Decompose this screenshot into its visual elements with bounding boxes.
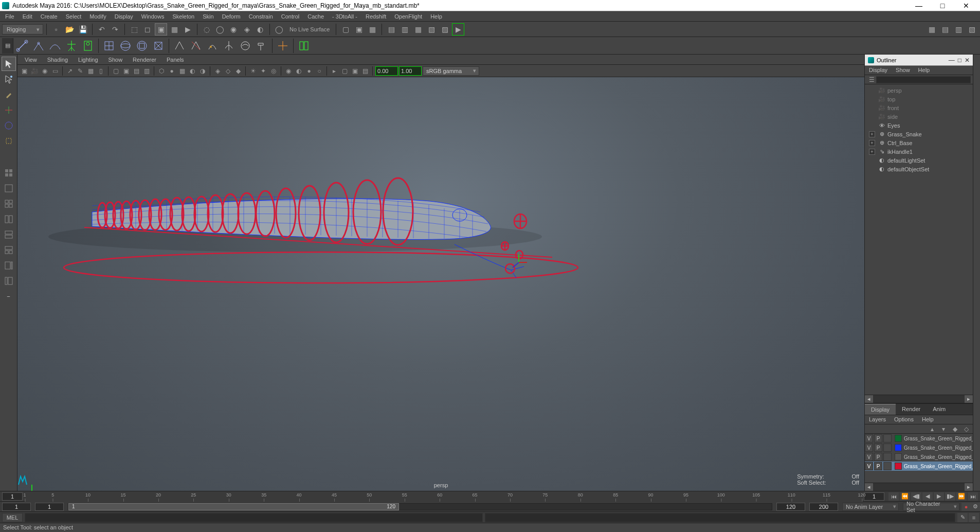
- all-lights-icon[interactable]: ✦: [259, 66, 268, 76]
- expand-icon[interactable]: +: [869, 149, 875, 155]
- shelf-mirror-weights-icon[interactable]: [221, 38, 237, 54]
- undo-icon[interactable]: ↶: [96, 23, 108, 36]
- step-forward-key-icon[interactable]: ⏩: [956, 492, 967, 501]
- range-track[interactable]: 1120: [68, 503, 772, 510]
- layer-movedown-icon[interactable]: ▾: [939, 424, 948, 434]
- window-close-button[interactable]: ✕: [954, 0, 978, 11]
- save-scene-icon[interactable]: 💾: [77, 23, 89, 36]
- menu-skeleton[interactable]: Skeleton: [168, 12, 198, 21]
- layer-new-selected-icon[interactable]: ◇: [961, 424, 971, 434]
- tab-anim[interactable]: Anim: [927, 404, 952, 415]
- outliner-item[interactable]: +⊕Ctrl_Base: [865, 138, 973, 147]
- range-thumb[interactable]: 1120: [68, 503, 399, 510]
- menu-skin[interactable]: Skin: [198, 12, 217, 21]
- script-editor-icon[interactable]: ✎: [957, 513, 968, 522]
- move-tool[interactable]: [2, 103, 16, 117]
- dof-icon[interactable]: ○: [315, 66, 324, 76]
- step-back-icon[interactable]: ◀▮: [911, 492, 921, 501]
- shelf-constraint-icon[interactable]: [275, 38, 291, 54]
- outliner-item[interactable]: 🎥side: [865, 112, 973, 121]
- go-to-start-icon[interactable]: ⏮: [888, 492, 899, 501]
- live-surface-label[interactable]: No Live Surface: [286, 23, 333, 36]
- layer-new-empty-icon[interactable]: ◆: [950, 424, 959, 434]
- menu-redshift[interactable]: Redshift: [361, 12, 390, 21]
- toggle-channel-icon[interactable]: ▥: [952, 23, 965, 36]
- menu-file[interactable]: File: [1, 12, 19, 21]
- workspace-dropdown[interactable]: Rigging: [2, 24, 43, 34]
- menu-deform[interactable]: Deform: [218, 12, 245, 21]
- scale-tool[interactable]: [2, 134, 16, 148]
- safe-action-icon[interactable]: ▥: [142, 66, 151, 76]
- layer-color-swatch[interactable]: [895, 444, 902, 451]
- panel-menu-view[interactable]: View: [20, 56, 42, 64]
- layer-color-swatch[interactable]: [895, 463, 902, 470]
- layer-playback-toggle[interactable]: P: [874, 444, 882, 452]
- 2d-pan-icon[interactable]: ↗: [65, 66, 75, 76]
- layout-outliner-icon[interactable]: [2, 274, 16, 288]
- exposure-input[interactable]: [399, 66, 422, 76]
- shelf-bind-skin-icon[interactable]: [172, 38, 187, 54]
- menu-create[interactable]: Create: [37, 12, 62, 21]
- menu-edit[interactable]: Edit: [19, 12, 37, 21]
- panel-menu-renderer[interactable]: Renderer: [128, 56, 161, 64]
- outliner-item[interactable]: +⇘ikHandle1: [865, 147, 973, 156]
- hypershade-icon[interactable]: ▧: [425, 23, 438, 36]
- command-input[interactable]: [25, 513, 483, 522]
- shelf-human-icon[interactable]: [80, 38, 96, 54]
- play-forward-icon[interactable]: ▶: [934, 492, 944, 501]
- menu-modify[interactable]: Modify: [85, 12, 110, 21]
- select-mode-hierarchy-icon[interactable]: ⬚: [128, 23, 140, 36]
- shelf-skeleton-icon[interactable]: [64, 38, 79, 54]
- shelf-sphere-icon[interactable]: [118, 38, 133, 54]
- range-inner-start[interactable]: [35, 503, 64, 511]
- shelf-ik-icon[interactable]: [31, 38, 46, 54]
- layer-display-type[interactable]: [883, 434, 892, 442]
- outliner-search-input[interactable]: [876, 76, 971, 83]
- window-maximize-button[interactable]: □: [931, 0, 954, 11]
- outliner-item[interactable]: 🎥top: [865, 95, 973, 103]
- layout-four-icon[interactable]: [2, 197, 16, 211]
- select-mode-object-icon[interactable]: ◻: [141, 23, 154, 36]
- expand-icon[interactable]: +: [869, 140, 875, 146]
- outliner-item[interactable]: ◐defaultLightSet: [865, 156, 973, 165]
- last-tool[interactable]: [2, 166, 16, 180]
- wireframe-icon[interactable]: ⬡: [157, 66, 166, 76]
- outliner-maximize-icon[interactable]: □: [958, 57, 961, 64]
- menu-openflight[interactable]: OpenFlight: [390, 12, 426, 21]
- shelf-tab[interactable]: ▤: [2, 38, 13, 54]
- command-history-icon[interactable]: ≡: [969, 513, 979, 522]
- prefs-icon[interactable]: ⚙: [971, 503, 980, 511]
- scroll-left-icon[interactable]: ◂: [865, 483, 873, 491]
- select-all-icon[interactable]: ▶: [182, 23, 194, 36]
- layer-playback-toggle[interactable]: P: [874, 453, 882, 461]
- range-outer-start[interactable]: [2, 503, 31, 511]
- view-transform-icon[interactable]: ▤: [360, 66, 370, 76]
- new-scene-icon[interactable]: ▫: [50, 23, 62, 36]
- outliner-menu-help[interactable]: Help: [914, 66, 934, 75]
- layer-playback-toggle[interactable]: P: [874, 462, 882, 470]
- menu-select[interactable]: Select: [62, 12, 86, 21]
- outliner-item[interactable]: 👁Eyes: [865, 121, 973, 130]
- outliner-close-icon[interactable]: ✕: [965, 57, 970, 64]
- resolution-gate-icon[interactable]: ▢: [111, 66, 120, 76]
- channel-box-handle[interactable]: [973, 55, 980, 491]
- bookmarks-icon[interactable]: ◉: [40, 66, 49, 76]
- layout-single-icon[interactable]: [2, 181, 16, 196]
- gate-mask-icon[interactable]: ▣: [121, 66, 131, 76]
- ssao-icon[interactable]: ◐: [294, 66, 303, 76]
- range-inner-end[interactable]: [776, 503, 805, 511]
- gamma-toggle-icon[interactable]: ▣: [350, 66, 359, 76]
- layers-list[interactable]: VPGrass_Snake_Green_Rigged_helVPGrass_Sn…: [865, 434, 973, 483]
- menu-windows[interactable]: Windows: [137, 12, 169, 21]
- toggle-history-icon[interactable]: ▣: [353, 23, 365, 36]
- expose-arrow-icon[interactable]: ▸: [330, 66, 339, 76]
- layout-three-icon[interactable]: [2, 243, 16, 257]
- window-minimize-button[interactable]: —: [907, 0, 931, 11]
- ipr-render-icon[interactable]: ▥: [398, 23, 411, 36]
- select-mask-icon[interactable]: ▦: [168, 23, 180, 36]
- menu-display[interactable]: Display: [111, 12, 137, 21]
- step-forward-icon[interactable]: ▮▶: [945, 492, 955, 501]
- anti-alias-icon[interactable]: ●: [304, 66, 314, 76]
- menu-control[interactable]: Control: [277, 12, 303, 21]
- layout-two-h-icon[interactable]: [2, 227, 16, 242]
